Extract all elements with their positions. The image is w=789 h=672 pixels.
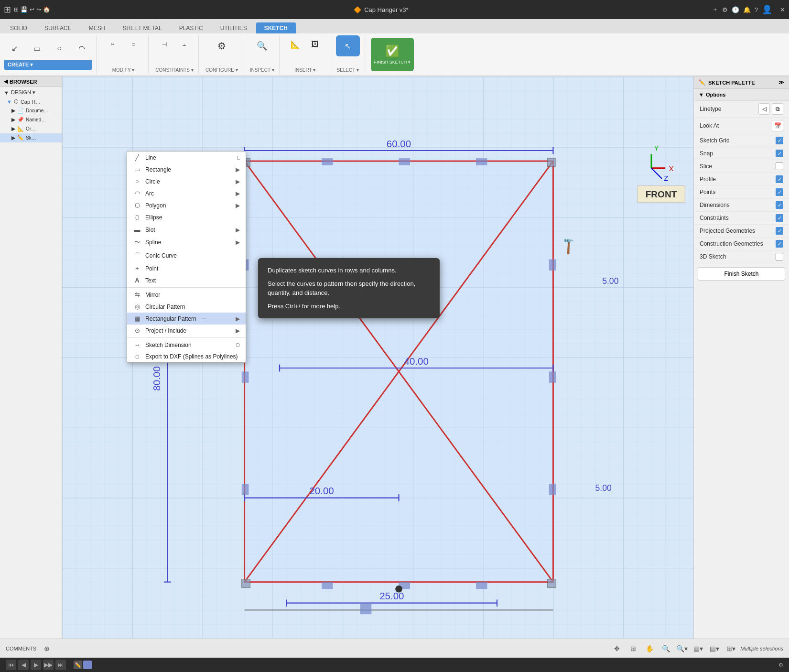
tab-surface[interactable]: SURFACE	[36, 22, 80, 33]
linetype-copy-btn[interactable]: ⧉	[772, 103, 783, 115]
menu-item-circle[interactable]: ○ Circle ▶	[127, 175, 246, 187]
tab-utilities[interactable]: UTILITIES	[212, 22, 255, 33]
ribbon-constraint1-btn[interactable]: ⊣	[155, 35, 173, 54]
zoom-btn[interactable]: 🔍	[659, 642, 672, 655]
3d-sketch-check[interactable]	[776, 253, 783, 260]
menu-arc-label: Arc	[145, 190, 154, 197]
points-check[interactable]: ✓	[776, 188, 783, 196]
ribbon-select-btn[interactable]: ↖	[336, 35, 360, 56]
menu-item-conic-curve[interactable]: ⌒ Conic Curve	[127, 249, 246, 262]
menu-item-sketch-dimension[interactable]: ↔ Sketch Dimension D	[127, 339, 246, 351]
menu-item-text[interactable]: A Text	[127, 274, 246, 286]
cursor-mode-btn[interactable]: ✥	[610, 642, 624, 655]
browser-item-sketch[interactable]: ▶ ✏️ Sk…	[0, 133, 62, 142]
save-icon[interactable]: 💾	[21, 6, 28, 13]
profile-check[interactable]: ✓	[776, 175, 783, 183]
timeline-next-btn[interactable]: ▶▶	[43, 660, 54, 670]
palette-expand-btn[interactable]: ≫	[778, 79, 784, 86]
tab-plastic[interactable]: PLASTIC	[171, 22, 211, 33]
menu-item-arc[interactable]: ◠ Arc ▶	[127, 187, 246, 199]
settings-icon[interactable]: ⚙	[722, 6, 728, 13]
browser-item-cap[interactable]: ▼ ⬡ Cap H…	[0, 97, 62, 106]
tab-solid[interactable]: SOLID	[2, 22, 35, 33]
construction-label: Construction Geometries	[700, 240, 772, 247]
timeline-play-btn[interactable]: ▶	[31, 660, 41, 670]
ribbon-trim-btn[interactable]: ✂	[103, 35, 122, 54]
browser-item-origin[interactable]: ▶ 📐 Or…	[0, 124, 62, 133]
menu-item-line[interactable]: ╱ Line L	[127, 152, 246, 163]
ribbon-circle-btn[interactable]: ○	[49, 39, 70, 57]
titlebar-icons[interactable]: ⊞ 💾 ↩ ↪ 🏠	[14, 6, 50, 13]
menu-item-spline[interactable]: 〜 Spline ▶	[127, 236, 246, 249]
dimensions-check[interactable]: ✓	[776, 201, 783, 209]
zoom-dropdown-btn[interactable]: 🔍▾	[675, 642, 689, 655]
ribbon-inspect-btn[interactable]: 🔍	[251, 35, 272, 56]
snap-check[interactable]: ✓	[776, 150, 783, 157]
canvas-area[interactable]: 60.00 40.00 20.00 25.00 80.00	[62, 76, 693, 639]
tab-sketch[interactable]: SKETCH	[256, 22, 296, 33]
dimensions-label: Dimensions	[700, 202, 772, 208]
ribbon-curve-btn[interactable]: ↙	[4, 39, 25, 57]
menu-item-polygon[interactable]: ⬡ Polygon ▶	[127, 199, 246, 211]
ribbon-insert1-btn[interactable]: 📐	[286, 35, 304, 54]
ribbon-rect-btn[interactable]: ▭	[26, 39, 47, 57]
clock-icon[interactable]: 🕐	[732, 6, 739, 13]
constraints-check[interactable]: ✓	[776, 214, 783, 222]
construction-check[interactable]: ✓	[776, 240, 783, 248]
timeline-item-1[interactable]	[83, 661, 92, 669]
help-icon[interactable]: ?	[755, 6, 758, 13]
sketch-grid-check[interactable]: ✓	[776, 137, 783, 144]
ribbon-arc-btn[interactable]: ◠	[71, 39, 92, 57]
undo-icon[interactable]: ↩	[30, 6, 34, 13]
timeline-end-btn[interactable]: ⏭	[55, 660, 66, 670]
settings-icon-status[interactable]: ⚙	[778, 662, 783, 668]
add-comment-btn[interactable]: ⊕	[40, 642, 54, 655]
menu-item-export-dxf[interactable]: ⬡ Export to DXF (Splines as Polylines)	[127, 351, 246, 362]
projected-check[interactable]: ✓	[776, 227, 783, 235]
points-label: Points	[700, 189, 772, 195]
finish-sketch-ribbon-btn[interactable]: ✅ FINISH SKETCH ▾	[371, 38, 414, 71]
grid-toggle-btn[interactable]: ⊞▾	[724, 642, 737, 655]
menu-item-rectangle[interactable]: ▭ Rectangle ▶	[127, 163, 246, 175]
menu-item-ellipse[interactable]: ⬯ Ellipse	[127, 211, 246, 224]
palette-section-options[interactable]: ▼ Options	[694, 89, 789, 101]
ribbon-configure-btn[interactable]: ⚙	[211, 35, 232, 56]
close-btn[interactable]: ✕	[780, 6, 785, 13]
menu-item-point[interactable]: + Point	[127, 262, 246, 274]
bell-icon[interactable]: 🔔	[743, 6, 751, 13]
sketch-timeline-icon[interactable]: ✏️	[74, 661, 82, 669]
menu-item-circular-pattern[interactable]: ◎ Circular Pattern	[127, 301, 246, 313]
timeline-prev-btn[interactable]: ◀	[18, 660, 29, 670]
pan-btn[interactable]: ✋	[643, 642, 656, 655]
menu-item-mirror[interactable]: ⇆ Mirror	[127, 289, 246, 301]
timeline-start-btn[interactable]: ⏮	[6, 660, 16, 670]
menu-item-project-include[interactable]: ⊙ Project / Include ▶	[127, 325, 246, 336]
linetype-back-btn[interactable]: ◁	[758, 103, 770, 115]
view-mode-btn[interactable]: ▦▾	[692, 642, 705, 655]
ribbon-offset-btn[interactable]: ⊃	[124, 35, 143, 54]
display-btn[interactable]: ▤▾	[708, 642, 721, 655]
snap-mode-btn[interactable]: ⊞	[627, 642, 640, 655]
tab-sheet-metal[interactable]: SHEET METAL	[114, 22, 170, 33]
svg-rect-34	[476, 158, 487, 165]
menu-export-label: Export to DXF (Splines as Polylines)	[145, 353, 238, 360]
add-tab-icon[interactable]: ＋	[712, 5, 718, 14]
ribbon-insert2-btn[interactable]: 🖼	[306, 35, 324, 54]
browser-item-design[interactable]: ▼ DESIGN ▾	[0, 88, 62, 97]
menu-item-slot[interactable]: ▬ Slot ▶	[127, 224, 246, 236]
profile-icon[interactable]: 👤	[762, 4, 772, 15]
browser-item-named[interactable]: ▶ 📌 Named…	[0, 115, 62, 124]
slice-check[interactable]	[776, 163, 783, 170]
grid-icon[interactable]: ⊞	[14, 6, 19, 13]
timeline-track: ✏️	[74, 661, 92, 669]
redo-icon[interactable]: ↪	[36, 6, 41, 13]
home-icon[interactable]: 🏠	[43, 6, 50, 13]
finish-sketch-palette-btn[interactable]: Finish Sketch	[698, 267, 785, 281]
look-at-btn[interactable]: 📅	[772, 120, 783, 131]
tab-mesh[interactable]: MESH	[81, 22, 114, 33]
ribbon-constraint2-btn[interactable]: ⫠	[175, 35, 194, 54]
create-dropdown-btn[interactable]: CREATE ▾	[4, 60, 92, 70]
browser-item-doc[interactable]: ▶ 📄 Docume…	[0, 106, 62, 115]
menu-item-rectangular-pattern[interactable]: ▦ Rectangular Pattern ⋯ ▶	[127, 313, 246, 325]
menu-rectangular-label: Rectangular Pattern	[145, 315, 196, 322]
